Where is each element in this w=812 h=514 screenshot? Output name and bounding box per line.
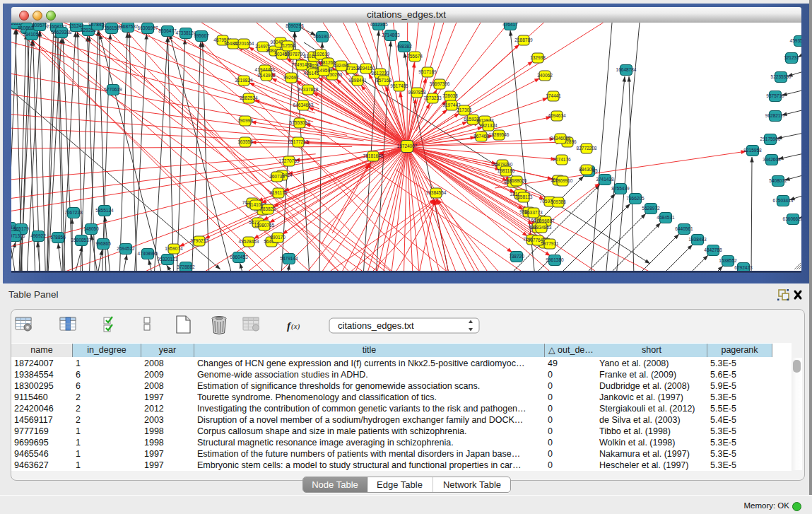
svg-text:3342608: 3342608 — [763, 157, 781, 162]
svg-text:77491435: 77491435 — [292, 62, 312, 67]
svg-text:66629388: 66629388 — [52, 30, 72, 35]
svg-text:6960453: 6960453 — [230, 255, 248, 259]
svg-text:5661907: 5661907 — [313, 34, 331, 39]
svg-text:321231: 321231 — [784, 55, 799, 60]
svg-text:9375710: 9375710 — [766, 93, 784, 98]
svg-text:476417: 476417 — [502, 23, 518, 27]
svg-text:18724007: 18724007 — [397, 144, 418, 148]
svg-text:6770619: 6770619 — [104, 87, 122, 92]
svg-text:217301: 217301 — [457, 107, 472, 112]
svg-text:3728882: 3728882 — [177, 264, 195, 269]
svg-text:340062: 340062 — [537, 73, 553, 78]
svg-text:9517169: 9517169 — [418, 69, 437, 74]
svg-text:360735: 360735 — [269, 174, 285, 179]
svg-text:4191175: 4191175 — [270, 190, 288, 195]
svg-text:67503414: 67503414 — [773, 198, 794, 203]
svg-text:8215958: 8215958 — [743, 148, 762, 153]
svg-text:996865: 996865 — [95, 241, 111, 246]
svg-text:63606628: 63606628 — [783, 216, 801, 221]
svg-text:3790237: 3790237 — [190, 238, 208, 243]
svg-text:84346088: 84346088 — [551, 136, 571, 141]
svg-text:498382: 498382 — [396, 44, 412, 49]
svg-text:8755439: 8755439 — [611, 186, 630, 191]
svg-text:22201654: 22201654 — [234, 41, 254, 46]
svg-text:2694522: 2694522 — [117, 246, 135, 251]
svg-text:790993: 790993 — [237, 118, 253, 123]
svg-text:87337818: 87337818 — [298, 87, 319, 92]
svg-text:9961380: 9961380 — [546, 257, 564, 262]
svg-text:19289546: 19289546 — [489, 132, 510, 137]
svg-text:8536477: 8536477 — [158, 28, 177, 33]
svg-text:65177213: 65177213 — [288, 139, 309, 144]
svg-text:9197443: 9197443 — [442, 103, 461, 107]
svg-text:(x): (x) — [291, 322, 300, 331]
svg-text:857168: 857168 — [376, 78, 392, 83]
svg-text:992697: 992697 — [283, 75, 299, 80]
svg-text:98834863: 98834863 — [531, 225, 552, 230]
svg-text:3341057: 3341057 — [23, 32, 41, 37]
svg-text:8294150: 8294150 — [357, 66, 375, 71]
svg-text:509386: 509386 — [551, 199, 566, 204]
svg-text:174441: 174441 — [546, 93, 561, 98]
svg-text:35808537: 35808537 — [71, 238, 92, 243]
svg-text:3741438: 3741438 — [596, 177, 614, 182]
svg-text:8612220: 8612220 — [371, 71, 389, 76]
svg-text:8090293: 8090293 — [286, 23, 304, 28]
svg-text:884309: 884309 — [579, 167, 594, 172]
svg-text:82772208: 82772208 — [577, 146, 597, 151]
svg-text:17869910: 17869910 — [553, 178, 573, 183]
svg-text:9143903: 9143903 — [257, 73, 276, 78]
svg-text:29175900: 29175900 — [760, 136, 781, 141]
svg-text:9897858: 9897858 — [408, 90, 426, 95]
svg-text:66306997: 66306997 — [138, 25, 158, 30]
svg-text:2149597: 2149597 — [314, 68, 333, 73]
svg-text:6440561: 6440561 — [675, 226, 693, 231]
svg-text:16648784: 16648784 — [616, 67, 637, 72]
svg-text:1192619: 1192619 — [312, 52, 330, 57]
svg-text:9517485: 9517485 — [390, 83, 408, 88]
svg-text:890170: 890170 — [270, 235, 286, 240]
svg-text:755674: 755674 — [407, 54, 423, 59]
svg-text:678856: 678856 — [50, 235, 66, 240]
svg-text:3219824: 3219824 — [235, 78, 253, 83]
svg-text:4694634: 4694634 — [548, 113, 566, 118]
svg-text:7067228: 7067228 — [64, 210, 83, 215]
svg-text:6292423: 6292423 — [734, 265, 753, 270]
svg-text:95320121: 95320121 — [158, 257, 178, 262]
svg-text:5408072: 5408072 — [769, 178, 787, 183]
svg-text:38688676: 38688676 — [507, 178, 527, 183]
svg-text:809570: 809570 — [32, 23, 47, 28]
svg-text:1938483: 1938483 — [688, 237, 707, 242]
svg-text:36687537: 36687537 — [118, 24, 139, 29]
svg-text:8633773: 8633773 — [524, 210, 543, 215]
svg-text:895667: 895667 — [194, 33, 209, 38]
svg-text:728038: 728038 — [442, 93, 458, 98]
svg-text:1981186: 1981186 — [498, 168, 515, 173]
svg-text:132938: 132938 — [530, 55, 546, 60]
svg-text:52235350: 52235350 — [771, 74, 792, 79]
svg-text:712554: 712554 — [280, 43, 295, 48]
svg-text:148050: 148050 — [83, 226, 99, 231]
svg-text:7366205: 7366205 — [626, 196, 645, 201]
svg-text:81971316: 81971316 — [11, 233, 25, 238]
svg-text:2074176: 2074176 — [553, 157, 571, 162]
svg-text:7358113: 7358113 — [515, 194, 533, 199]
svg-text:17270733: 17270733 — [279, 158, 300, 163]
svg-text:496922: 496922 — [30, 233, 46, 238]
svg-text:5528972: 5528972 — [642, 206, 660, 211]
svg-text:43528453: 43528453 — [239, 239, 259, 244]
svg-text:2188789: 2188789 — [514, 37, 533, 42]
svg-text:2582524: 2582524 — [240, 95, 258, 100]
svg-text:632496: 632496 — [334, 63, 349, 68]
svg-text:2321324: 2321324 — [479, 123, 498, 128]
svg-text:45935572: 45935572 — [790, 38, 801, 43]
svg-text:19384554: 19384554 — [426, 190, 447, 195]
svg-text:7273233: 7273233 — [423, 95, 442, 100]
svg-text:5479144: 5479144 — [280, 256, 298, 261]
svg-text:867460: 867460 — [473, 134, 489, 139]
svg-text:75181648: 75181648 — [363, 153, 384, 158]
svg-text:1538552: 1538552 — [719, 258, 737, 263]
svg-text:5855124: 5855124 — [95, 208, 114, 213]
svg-text:4684531: 4684531 — [657, 215, 675, 220]
svg-text:5977931: 5977931 — [541, 241, 559, 246]
